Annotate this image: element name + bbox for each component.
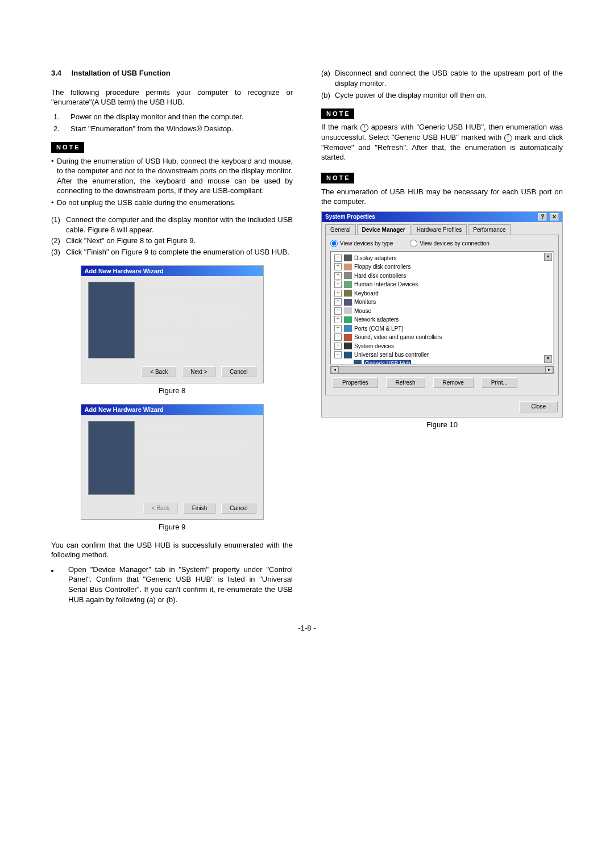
note-2-text: If the mark ! appears with "Generic USB … <box>321 122 563 162</box>
scroll-down-icon[interactable]: ▾ <box>544 355 552 363</box>
expand-icon[interactable]: + <box>334 333 342 341</box>
tree-row[interactable]: −Universal serial bus controller <box>333 350 551 360</box>
print-button[interactable]: Print... <box>482 377 517 389</box>
device-icon <box>344 299 352 306</box>
tree-item-label: Generic USB Hub <box>364 360 411 365</box>
section-title: Installation of USB Function <box>72 69 171 77</box>
cancel-button[interactable]: Cancel <box>221 366 256 378</box>
radio-by-conn-input[interactable] <box>410 240 417 247</box>
tree-item-label: Mouse <box>354 307 371 315</box>
paren-steps: (1)Connect the computer and the display … <box>51 215 293 257</box>
tree-row[interactable]: +Display adapters <box>333 254 551 263</box>
expand-icon[interactable]: + <box>334 298 342 306</box>
device-icon <box>344 290 352 297</box>
cancel-button[interactable]: Cancel <box>221 503 256 514</box>
expand-icon[interactable]: + <box>334 272 342 279</box>
tree-item-label: Sound, video and game controllers <box>354 333 442 341</box>
sysprops-action-buttons: Properties Refresh Remove Print... <box>330 374 554 391</box>
page-number: -1-8 - <box>51 623 563 633</box>
expand-icon[interactable]: + <box>334 316 342 323</box>
note-bullet: During the enumeration of USB Hub, conne… <box>57 156 293 196</box>
tab-performance[interactable]: Performance <box>468 224 511 235</box>
confirm-text: You can confirm that the USB HUB is succ… <box>51 540 293 560</box>
tab-device-manager[interactable]: Device Manager <box>357 224 410 235</box>
tree-item-label: Display adapters <box>354 254 396 262</box>
expand-icon[interactable]: + <box>334 281 342 288</box>
device-tree[interactable]: ▴ ▾ +Display adapters+Floppy disk contro… <box>330 251 554 365</box>
wizard-content: Generic USB Hub Windows has finished ins… <box>142 421 256 495</box>
note-badge: NOTE <box>321 108 354 119</box>
horizontal-scrollbar[interactable]: ◂ ▸ <box>330 366 554 374</box>
tab-general[interactable]: General <box>325 224 356 235</box>
figure-9-wizard: Add New Hardware Wizard Generic USB Hub … <box>81 404 264 520</box>
view-radio-row: View devices by type View devices by con… <box>330 240 554 248</box>
figure-8-wizard: Add New Hardware Wizard Windows driver f… <box>81 265 264 384</box>
expand-icon[interactable]: + <box>334 263 342 270</box>
wizard-line: A:\USBHUB.INF <box>142 346 256 354</box>
confirm-bullet: Open "Device Manager" tab in "System" pr… <box>68 565 293 604</box>
remove-button[interactable]: Remove <box>433 377 474 389</box>
tab-hardware-profiles[interactable]: Hardware Profiles <box>412 224 467 235</box>
tree-row[interactable]: +Sound, video and game controllers <box>333 333 551 342</box>
window-controls: ? × <box>537 213 559 221</box>
note-3-text: The enumeration of USB HUB may be necess… <box>321 187 563 207</box>
device-icon <box>354 360 362 364</box>
scroll-up-icon[interactable]: ▴ <box>544 253 552 261</box>
warning-icon: ! <box>360 124 368 132</box>
ab-text: Cycle power of the display monitor off t… <box>335 90 563 101</box>
expand-icon[interactable]: + <box>334 307 342 315</box>
pstep-text: Click "Next" on Figure 8 to get Figure 9… <box>66 236 293 246</box>
pstep-num: (2) <box>51 236 66 246</box>
tree-row[interactable]: +Monitors <box>333 298 551 307</box>
figure-10-system-properties: System Properties ? × General Device Man… <box>321 211 563 418</box>
wizard-title: Add New Hardware Wizard <box>81 266 263 277</box>
bullet-icon: • <box>51 156 57 196</box>
expand-icon[interactable]: + <box>334 254 342 262</box>
expand-icon[interactable]: + <box>334 290 342 297</box>
expand-icon[interactable]: − <box>334 351 342 358</box>
help-icon[interactable]: ? <box>538 213 547 221</box>
wizard-line: Location of driver: <box>142 334 256 342</box>
device-icon <box>344 316 352 323</box>
radio-by-type[interactable]: View devices by type <box>330 240 393 248</box>
finish-button[interactable]: Finish <box>184 503 216 514</box>
left-column: 3.4 Installation of USB Function The fol… <box>51 68 293 606</box>
radio-by-connection[interactable]: View devices by connection <box>410 240 489 248</box>
note-bullet: Do not unplug the USB cable during the e… <box>57 198 293 208</box>
tree-row[interactable]: +Human Interface Devices <box>333 280 551 289</box>
device-icon <box>344 343 352 349</box>
wizard-content: Windows driver file search for the devic… <box>142 282 256 358</box>
close-button[interactable]: Close <box>519 401 558 412</box>
tree-row[interactable]: Generic USB Hub <box>333 360 551 365</box>
warning-icon: ! <box>504 134 512 142</box>
figure-10-caption: Figure 10 <box>321 420 563 430</box>
refresh-button[interactable]: Refresh <box>386 377 425 389</box>
tree-row[interactable]: +System devices <box>333 342 551 351</box>
properties-button[interactable]: Properties <box>333 377 378 389</box>
section-heading: 3.4 Installation of USB Function <box>51 68 293 78</box>
radio-by-type-input[interactable] <box>330 240 338 247</box>
tree-row[interactable]: +Mouse <box>333 307 551 316</box>
step-num: 1. <box>51 112 70 122</box>
tree-item-label: Monitors <box>354 298 376 306</box>
wizard-line: Generic USB Hub <box>142 294 256 302</box>
back-button: < Back <box>143 503 178 514</box>
scroll-right-icon[interactable]: ▸ <box>545 366 553 373</box>
ab-num: (b) <box>321 90 335 101</box>
tree-item-label: Hard disk controllers <box>354 272 406 280</box>
next-button[interactable]: Next > <box>182 366 215 378</box>
tree-row[interactable]: +Hard disk controllers <box>333 272 551 281</box>
tree-row[interactable]: +Network adapters <box>333 315 551 324</box>
sysprops-body: View devices by type View devices by con… <box>325 235 559 395</box>
back-button[interactable]: < Back <box>142 366 176 378</box>
expand-icon[interactable]: + <box>334 325 342 332</box>
tree-row[interactable]: +Floppy disk controllers <box>333 262 551 272</box>
tree-item-label: Network adapters <box>354 316 399 324</box>
close-icon[interactable]: × <box>550 213 559 221</box>
note-bullets: •During the enumeration of USB Hub, conn… <box>51 156 293 208</box>
expand-icon[interactable]: + <box>334 343 342 350</box>
bullet-icon: • <box>51 198 57 208</box>
scroll-left-icon[interactable]: ◂ <box>331 366 339 373</box>
tree-row[interactable]: +Keyboard <box>333 289 551 298</box>
tree-row[interactable]: +Ports (COM & LPT) <box>333 324 551 333</box>
